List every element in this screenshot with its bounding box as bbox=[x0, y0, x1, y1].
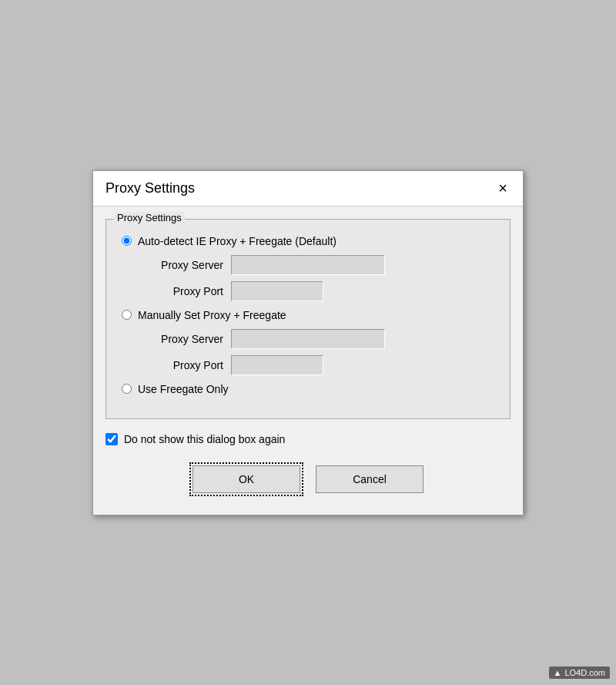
proxy-settings-window: Proxy Settings × Proxy Settings Auto-det… bbox=[92, 170, 524, 515]
manual-proxy-port-row: Proxy Port bbox=[146, 355, 494, 375]
watermark-icon: ▲ bbox=[554, 668, 562, 677]
auto-proxy-server-row: Proxy Server bbox=[146, 255, 494, 275]
watermark-text: LO4D.com bbox=[564, 668, 605, 677]
dialog-content: Proxy Settings Auto-detect IE Proxy + Fr… bbox=[93, 207, 523, 515]
manual-proxy-port-label: Proxy Port bbox=[146, 359, 223, 371]
auto-proxy-port-input[interactable] bbox=[231, 281, 323, 301]
no-show-checkbox[interactable] bbox=[105, 433, 118, 445]
auto-proxy-port-label: Proxy Port bbox=[146, 285, 223, 297]
window-title: Proxy Settings bbox=[105, 180, 195, 196]
manual-proxy-server-label: Proxy Server bbox=[146, 333, 223, 345]
auto-proxy-server-label: Proxy Server bbox=[146, 259, 223, 271]
auto-proxy-port-row: Proxy Port bbox=[146, 281, 494, 301]
auto-detect-fields: Proxy Server Proxy Port bbox=[146, 255, 494, 301]
close-button[interactable]: × bbox=[495, 180, 511, 196]
radio-freegate-label[interactable]: Use Freegate Only bbox=[138, 383, 229, 395]
proxy-settings-group: Proxy Settings Auto-detect IE Proxy + Fr… bbox=[105, 219, 511, 419]
manual-proxy-server-input[interactable] bbox=[231, 329, 385, 349]
radio-row-freegate: Use Freegate Only bbox=[122, 383, 494, 395]
radio-manual-label[interactable]: Manually Set Proxy + Freegate bbox=[138, 309, 286, 321]
manual-proxy-server-row: Proxy Server bbox=[146, 329, 494, 349]
auto-proxy-server-input[interactable] bbox=[231, 255, 385, 275]
radio-auto-label[interactable]: Auto-detect IE Proxy + Freegate (Default… bbox=[138, 235, 336, 247]
radio-auto[interactable] bbox=[122, 236, 132, 246]
no-show-label[interactable]: Do not show this dialog box again bbox=[124, 433, 285, 445]
manual-fields: Proxy Server Proxy Port bbox=[146, 329, 494, 375]
radio-row-manual: Manually Set Proxy + Freegate bbox=[122, 309, 494, 321]
checkbox-row: Do not show this dialog box again bbox=[105, 430, 511, 448]
title-bar: Proxy Settings × bbox=[93, 171, 523, 207]
buttons-row: OK Cancel bbox=[105, 459, 511, 502]
radio-row-auto: Auto-detect IE Proxy + Freegate (Default… bbox=[122, 235, 494, 247]
cancel-button[interactable]: Cancel bbox=[316, 465, 424, 493]
radio-manual[interactable] bbox=[122, 310, 132, 320]
group-legend: Proxy Settings bbox=[114, 212, 185, 223]
ok-button[interactable]: OK bbox=[192, 465, 300, 493]
manual-proxy-port-input[interactable] bbox=[231, 355, 323, 375]
radio-freegate[interactable] bbox=[122, 384, 132, 394]
watermark: ▲ LO4D.com bbox=[549, 667, 610, 679]
